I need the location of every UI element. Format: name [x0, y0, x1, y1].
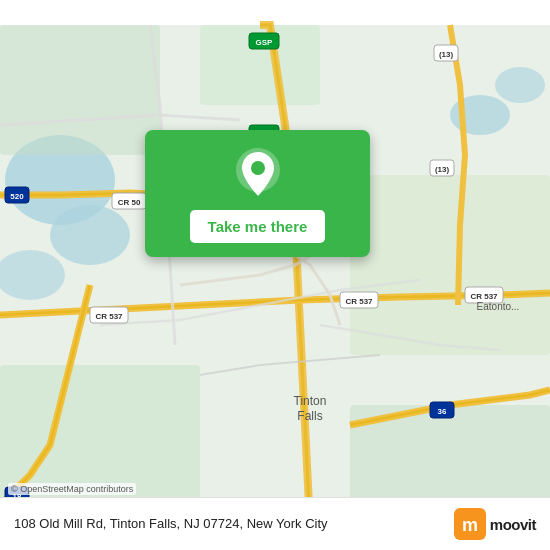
svg-text:CR 537: CR 537	[470, 292, 498, 301]
address-text: 108 Old Mill Rd, Tinton Falls, NJ 07724,…	[14, 515, 444, 533]
openstreetmap-credit: © OpenStreetMap contributors	[8, 483, 136, 495]
svg-text:Eatonto...: Eatonto...	[477, 301, 520, 312]
svg-text:36: 36	[438, 407, 447, 416]
svg-point-2	[50, 205, 130, 265]
svg-text:CR 537: CR 537	[95, 312, 123, 321]
moovit-logo-text: moovit	[490, 516, 536, 533]
map-background: CR 50 GSP GSP (13) (13) 520 18 CR 537 CR…	[0, 0, 550, 550]
svg-rect-8	[350, 175, 550, 355]
svg-point-5	[495, 67, 545, 103]
svg-text:Falls: Falls	[297, 409, 322, 423]
svg-text:CR 50: CR 50	[118, 198, 141, 207]
svg-text:(13): (13)	[439, 50, 454, 59]
bottom-bar: 108 Old Mill Rd, Tinton Falls, NJ 07724,…	[0, 497, 550, 550]
take-me-there-button[interactable]: Take me there	[190, 210, 326, 243]
map-container: CR 50 GSP GSP (13) (13) 520 18 CR 537 CR…	[0, 0, 550, 550]
moovit-m-icon: m	[454, 508, 486, 540]
svg-text:520: 520	[10, 192, 24, 201]
svg-text:CR 537: CR 537	[345, 297, 373, 306]
moovit-logo: m moovit	[454, 508, 536, 540]
svg-text:GSP: GSP	[256, 38, 274, 47]
take-me-there-overlay[interactable]: Take me there	[145, 130, 370, 257]
svg-point-37	[251, 161, 265, 175]
svg-text:m: m	[462, 515, 478, 535]
svg-text:(13): (13)	[435, 165, 450, 174]
map-pin-icon	[236, 148, 280, 200]
svg-text:Tinton: Tinton	[294, 394, 327, 408]
svg-rect-6	[0, 25, 160, 155]
